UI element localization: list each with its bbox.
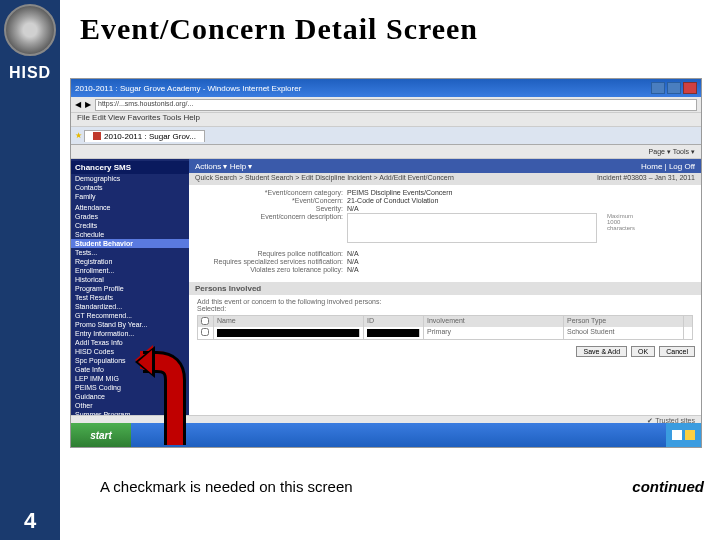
- cancel-button[interactable]: Cancel: [659, 346, 695, 357]
- window-titlebar: 2010-2011 : Sugar Grove Academy - Window…: [71, 79, 701, 97]
- redacted-name: [217, 329, 360, 337]
- sidebar-item[interactable]: Contacts: [71, 183, 189, 192]
- slide-title: Event/Concern Detail Screen: [80, 12, 700, 46]
- hisd-logo: [4, 4, 56, 56]
- sidebar-item[interactable]: Entry Information...: [71, 329, 189, 338]
- description-textarea[interactable]: [347, 213, 597, 243]
- sidebar-item[interactable]: Tests...: [71, 248, 189, 257]
- windows-taskbar: start: [71, 423, 701, 447]
- row-checkbox[interactable]: [201, 328, 209, 336]
- sidebar-item[interactable]: Standardized...: [71, 302, 189, 311]
- sidebar-item[interactable]: LEP IMM MIG: [71, 374, 189, 383]
- sidebar-item-selected[interactable]: Student Behavior: [71, 239, 189, 248]
- sms-app: Chancery SMS Demographics Contacts Famil…: [71, 159, 701, 415]
- close-button[interactable]: [683, 82, 697, 94]
- sidebar-item[interactable]: Historical: [71, 275, 189, 284]
- system-tray[interactable]: [666, 423, 701, 447]
- sidebar-item[interactable]: Spc Populations: [71, 356, 189, 365]
- slide-caption: A checkmark is needed on this screen: [100, 478, 353, 495]
- start-button[interactable]: start: [71, 423, 131, 447]
- persons-selected: Selected:: [197, 305, 693, 312]
- ok-button[interactable]: OK: [631, 346, 655, 357]
- tab-strip: ★ 2010-2011 : Sugar Grov...: [71, 127, 701, 145]
- slide-sidebar: HISD 4: [0, 0, 60, 540]
- actions-menu[interactable]: Actions ▾ Help ▾: [195, 162, 252, 171]
- sidebar-item[interactable]: Promo Stand By Year...: [71, 320, 189, 329]
- sidebar-item[interactable]: HISD Codes: [71, 347, 189, 356]
- favorites-star-icon[interactable]: ★: [75, 131, 82, 140]
- table-header: Name ID Involvement Person Type: [198, 316, 692, 327]
- browser-menu[interactable]: File Edit View Favorites Tools Help: [71, 113, 701, 127]
- org-label: HISD: [0, 64, 60, 82]
- sidebar-item[interactable]: Other: [71, 401, 189, 410]
- home-logoff[interactable]: Home | Log Off: [641, 162, 695, 171]
- sidebar-item[interactable]: Credits: [71, 221, 189, 230]
- form-fields: *Event/concern category:PEIMS Discipline…: [189, 185, 701, 278]
- persons-table: Name ID Involvement Person Type Primary …: [197, 315, 693, 340]
- page-tools[interactable]: Page ▾ Tools ▾: [649, 148, 695, 156]
- screenshot-embed: 2010-2011 : Sugar Grove Academy - Window…: [70, 78, 702, 448]
- select-all-checkbox[interactable]: [201, 317, 209, 325]
- field-value: N/A: [347, 205, 359, 212]
- char-hint: Maximum 1000 characters: [607, 213, 635, 231]
- tab-favicon-icon: [93, 132, 101, 140]
- window-buttons: [651, 82, 697, 94]
- field-label: Event/concern description:: [197, 213, 347, 243]
- field-value: N/A: [347, 250, 359, 257]
- table-row[interactable]: Primary School Student: [198, 327, 692, 339]
- button-row: Save & Add OK Cancel: [189, 343, 701, 360]
- nav-back-icon[interactable]: ◀: [75, 100, 81, 109]
- field-label: Severity:: [197, 205, 347, 212]
- sidebar-item[interactable]: PEIMS Coding: [71, 383, 189, 392]
- sidebar-item[interactable]: Demographics: [71, 174, 189, 183]
- minimize-button[interactable]: [651, 82, 665, 94]
- field-label: Requires specialized services notificati…: [197, 258, 347, 265]
- app-sidebar: Chancery SMS Demographics Contacts Famil…: [71, 159, 189, 415]
- field-label: Violates zero tolerance policy:: [197, 266, 347, 273]
- field-value: N/A: [347, 266, 359, 273]
- sidebar-item[interactable]: Gate Info: [71, 365, 189, 374]
- sidebar-item[interactable]: Test Results: [71, 293, 189, 302]
- address-bar-row: ◀ ▶ https://...sms.houstonisd.org/...: [71, 97, 701, 113]
- continued-label: continued: [632, 478, 704, 495]
- breadcrumb[interactable]: Quick Search > Student Search > Edit Dis…: [195, 174, 454, 184]
- save-add-button[interactable]: Save & Add: [576, 346, 627, 357]
- sidebar-item[interactable]: Program Profile: [71, 284, 189, 293]
- field-label: *Event/Concern:: [197, 197, 347, 204]
- redacted-id: [367, 329, 420, 337]
- col-name: Name: [214, 316, 364, 327]
- sidebar-item[interactable]: Grades: [71, 212, 189, 221]
- sidebar-item[interactable]: Addl Texas Info: [71, 338, 189, 347]
- sidebar-item[interactable]: GT Recommend...: [71, 311, 189, 320]
- sidebar-item[interactable]: Family: [71, 192, 189, 201]
- col-id: ID: [364, 316, 424, 327]
- page-number: 4: [0, 508, 60, 534]
- persons-header: Persons Involved: [189, 282, 701, 295]
- nav-fwd-icon[interactable]: ▶: [85, 100, 91, 109]
- tray-icon[interactable]: [685, 430, 695, 440]
- browser-tab[interactable]: 2010-2011 : Sugar Grov...: [84, 130, 205, 142]
- sidebar-item[interactable]: Summer Program: [71, 410, 189, 415]
- cell-type: School Student: [564, 327, 684, 339]
- cell-involvement: Primary: [424, 327, 564, 339]
- breadcrumb-row: Quick Search > Student Search > Edit Dis…: [189, 173, 701, 185]
- maximize-button[interactable]: [667, 82, 681, 94]
- col-involvement: Involvement: [424, 316, 564, 327]
- sidebar-item[interactable]: Guidance: [71, 392, 189, 401]
- favorites-bar: Page ▾ Tools ▾: [71, 145, 701, 159]
- col-type: Person Type: [564, 316, 684, 327]
- sidebar-item[interactable]: Schedule: [71, 230, 189, 239]
- address-field[interactable]: https://...sms.houstonisd.org/...: [95, 99, 697, 111]
- sidebar-header: Chancery SMS: [71, 161, 189, 174]
- col-checkbox: [198, 316, 214, 327]
- app-toolbar: Actions ▾ Help ▾ Home | Log Off: [189, 159, 701, 173]
- app-main: Actions ▾ Help ▾ Home | Log Off Quick Se…: [189, 159, 701, 415]
- persons-body: Add this event or concern to the followi…: [189, 295, 701, 343]
- persons-instruction: Add this event or concern to the followi…: [197, 298, 693, 305]
- field-value: PEIMS Discipline Events/Concern: [347, 189, 452, 196]
- tray-icon[interactable]: [672, 430, 682, 440]
- sidebar-item[interactable]: Registration: [71, 257, 189, 266]
- sidebar-item[interactable]: Enrollment...: [71, 266, 189, 275]
- sidebar-item[interactable]: Attendance: [71, 203, 189, 212]
- field-label: Requires police notification:: [197, 250, 347, 257]
